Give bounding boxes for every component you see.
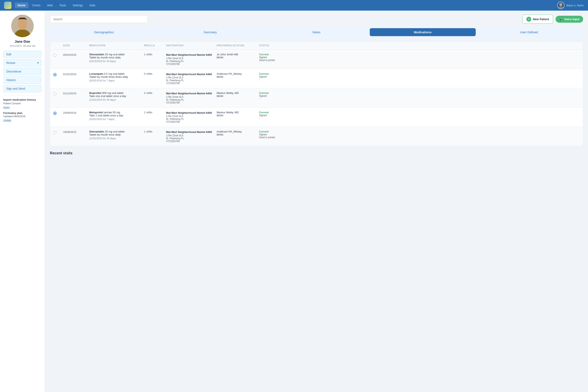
med-medication-1: Simvastatin 20 mg oral tabletTablet by m… [89,53,142,63]
edit-button[interactable]: Edit [3,51,42,58]
formulary-update-link[interactable]: Update [3,119,11,122]
radio-circle-2[interactable] [53,73,56,76]
row-radio-3[interactable] [53,92,62,96]
tab-demographics[interactable]: Demographics [51,28,157,36]
tab-medications[interactable]: Medications [370,28,476,36]
med-dest-name-5: Wal-Mart Neighborhood Market 6400 [166,130,215,134]
med-status-sub1-5: Signed [259,133,292,136]
med-refills-3: 2 refills [144,92,164,94]
med-provider-tag-2: MAIN [216,75,258,78]
med-provider-name-2: Anderson PA_Mickey [216,72,258,75]
med-provider-3: Markus Welby, MD MAIN [216,92,258,98]
med-provider-1: Js-John Smith MD MAIN [216,53,258,59]
med-subtext-1: (03/15/2016 for 30 days) [89,60,142,63]
import-given-link[interactable]: Given [3,106,10,109]
med-subtext-5: (12/01/2015 for 30 days) [89,137,142,140]
med-status-sub2-4: - [259,117,292,120]
main-content: + New Patient 🎤 Voice Input Demographics… [45,10,588,392]
table-row: 25/09/2016 Metoprolol tartrate 50 mgTake… [50,108,583,127]
med-name-text-3: Ibuprofen 800 mg oral tabletTake one ora… [89,92,142,98]
tab-summary[interactable]: Summary [157,28,263,36]
med-date-1: 05/03/2016 [63,53,88,56]
med-provider-2: Anderson PA_Mickey MAIN [216,72,258,78]
med-dest-name-2: Wal-Mart Neighborhood Market 6400 [166,72,215,76]
row-radio-5[interactable] [53,130,62,134]
row-radio-2[interactable] [53,72,62,76]
med-status-sub1-2: Signed [259,75,292,78]
tab-notes[interactable]: Notes [264,28,369,36]
med-status-sub2-2: - [259,78,292,81]
radio-circle-3[interactable] [53,92,56,96]
table-header: Date Medication Refills Destination Prov… [50,42,583,50]
med-dest-addr-1: 1794 22md St.5St. Peterburg FL7272020709 [166,57,215,66]
radio-circle-5[interactable] [53,131,56,134]
med-dest-name-4: Wal-Mart Neighborhood Market 6400 [166,111,215,115]
med-date-5: 18/09/2015 [63,130,88,134]
sign-and-send-button[interactable]: Sign and Send [3,85,42,92]
table-row: 05/03/2016 Simvastatin 20 mg oral tablet… [50,50,583,69]
radio-circle-4[interactable] [53,112,56,115]
med-provider-tag-3: MAIN [216,94,258,98]
nav-item-tools[interactable]: Tools [56,2,69,8]
microphone-icon: 🎤 [559,18,563,21]
import-section-subtitle: Patient Consent [3,102,42,105]
top-bar-right: + New Patient 🎤 Voice Input [522,15,583,24]
med-status-2: Current Signed - [259,72,292,81]
med-status-label-5: Current [259,130,292,133]
patient-avatar [11,15,34,37]
med-status-3: Current Signed - [259,92,292,100]
app-logo [4,2,12,9]
nav-item-web[interactable]: Web [44,2,56,8]
table-row: 18/09/2015 Simvastatin 20 mg oral tablet… [50,127,583,146]
med-dest-name-1: Wal-Mart Neighborhood Market 6400 [166,53,215,57]
med-provider-tag-4: MAIN [216,114,258,117]
row-radio-4[interactable] [53,111,62,115]
table-row: 01/12/2015 Ibuprofen 800 mg oral tabletT… [50,88,583,108]
radio-circle-1[interactable] [53,54,56,57]
med-dest-addr-2: 1794 22md St.5St. Peterburg FL7272020709 [166,76,215,85]
new-patient-button[interactable]: + New Patient [522,15,553,24]
nav-item-charts[interactable]: Charts [29,2,43,8]
med-status-label-3: Current [259,92,292,94]
med-medication-5: Simvastatin 20 mg oral tabletTablet by m… [89,130,142,140]
med-provider-5: Anderson PA_Mickey MAIN [216,130,258,136]
med-status-label-1: Current [259,53,292,56]
med-status-sub2-1: Send to printer [259,59,292,62]
patient-sidebar: Jane Doe 13/11/1971, 48 year old Edit Re… [0,10,45,392]
voice-input-button[interactable]: 🎤 Voice Input [556,16,583,23]
recent-visits-title: Recent visits [50,151,583,155]
med-status-sub1-3: Signed [259,94,292,98]
top-navigation: Home Charts Web Tools Settings Help Blaz… [0,0,588,10]
search-input[interactable] [50,15,148,23]
voice-input-label: Voice Input [564,18,580,21]
med-date-2: 01/02/2016 [63,72,88,76]
med-medication-3: Ibuprofen 800 mg oral tabletTake one ora… [89,92,142,101]
top-bar: + New Patient 🎤 Voice Input [50,15,583,24]
row-radio-1[interactable] [53,53,62,57]
nav-item-settings[interactable]: Settings [70,2,86,8]
med-destination-2: Wal-Mart Neighborhood Market 6400 1794 2… [166,72,215,85]
med-status-sub2-3: - [259,98,292,100]
med-status-sub2-5: Send to printer [259,136,292,139]
historic-button[interactable]: Historic [3,76,42,84]
med-dest-addr-3: 1794 22md St.5St. Peterburg FL7272020709 [166,96,215,104]
nav-item-help[interactable]: Help [86,2,98,8]
med-provider-4: Markus Welby, MD MAIN [216,111,258,117]
med-dest-name-3: Wal-Mart Neighborhood Market 6400 [166,92,215,96]
med-name-text-1: Simvastatin 20 mg oral tabletTablet by m… [89,53,142,59]
med-refills-4: 2 refills [144,111,164,114]
med-subtext-2: (02/01/2016 for 7 days) [89,79,142,82]
nav-user-avatar [557,2,564,9]
nav-items-list: Home Charts Web Tools Settings Help [15,2,556,8]
med-refills-2: 0 refills [144,72,164,75]
header-status: Status [259,44,292,47]
search-box [50,15,148,23]
formulary-updated-text: Updated 04/04/2016 [3,115,42,118]
tab-user-defined[interactable]: User Defined [476,28,582,36]
med-medication-2: Lorazepam 0.5 mg oral tabletTablet by mo… [89,72,142,82]
med-status-label-2: Current [259,72,292,75]
renew-button[interactable]: Renew ▼ [3,59,42,66]
nav-item-home[interactable]: Home [15,2,28,8]
discontinue-button[interactable]: Discontinue [3,68,42,75]
med-status-label-4: Current [259,111,292,114]
